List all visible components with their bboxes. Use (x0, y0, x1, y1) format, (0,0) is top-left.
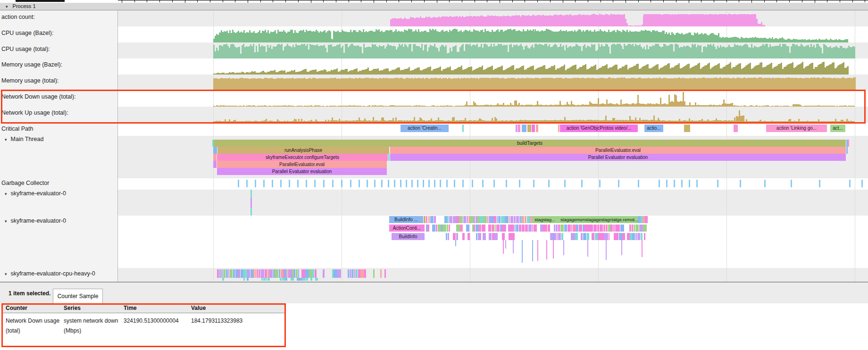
trace-slice[interactable] (543, 225, 546, 232)
gc-tick[interactable] (332, 180, 334, 187)
trace-slice[interactable] (279, 269, 281, 278)
trace-slice[interactable] (519, 216, 521, 223)
histogram-net-up[interactable] (118, 107, 868, 123)
gc-tick[interactable] (297, 180, 299, 187)
trace-slice[interactable] (282, 278, 285, 281)
trace-slice[interactable] (459, 216, 462, 223)
trace-slice[interactable] (553, 233, 554, 240)
histogram-cpu-total[interactable] (118, 42, 868, 58)
trace-slice[interactable] (608, 225, 610, 232)
trace-slice[interactable] (243, 278, 245, 281)
trace-slice[interactable] (478, 233, 481, 240)
trace-slice[interactable] (476, 225, 479, 232)
trace-slice[interactable] (581, 233, 583, 240)
gc-tick[interactable] (367, 180, 368, 187)
histogram-action-count[interactable] (118, 10, 868, 26)
trace-slice[interactable] (592, 225, 593, 232)
trace-slice[interactable] (509, 233, 511, 240)
trace-slice[interactable] (519, 225, 522, 232)
gc-tick[interactable] (289, 180, 290, 187)
trace-slice[interactable] (453, 233, 456, 240)
trace-slice[interactable] (560, 225, 562, 232)
trace-slice[interactable] (684, 125, 690, 132)
trace-slice[interactable] (505, 240, 506, 249)
gc-tick[interactable] (819, 180, 820, 187)
gc-tick[interactable] (638, 180, 639, 187)
trace-slice[interactable] (606, 240, 607, 260)
gc-tick[interactable] (272, 180, 273, 187)
trace-slice[interactable]: BuildInfo (392, 233, 425, 240)
gc-tick[interactable] (314, 180, 316, 187)
trace-slice[interactable] (284, 269, 287, 278)
trace-slice[interactable] (233, 269, 235, 278)
trace-slice[interactable] (462, 233, 465, 240)
trace-slice[interactable] (257, 269, 259, 278)
trace-slice[interactable] (438, 225, 441, 232)
trace-slice[interactable] (351, 269, 353, 278)
trace-slice[interactable] (470, 216, 473, 223)
gc-tick[interactable] (548, 180, 550, 187)
trace-slice[interactable] (360, 269, 364, 278)
gc-tick[interactable] (440, 180, 441, 187)
trace-slice[interactable] (516, 225, 519, 232)
trace-slice[interactable]: action 'Linking go... (766, 125, 827, 132)
trace-slice[interactable] (598, 233, 599, 240)
trace-slice[interactable] (537, 240, 538, 261)
trace-slice[interactable] (294, 269, 295, 278)
trace-slice[interactable] (348, 269, 349, 278)
trace-slice[interactable] (525, 225, 528, 232)
trace-slice[interactable] (305, 269, 309, 278)
gc-tick[interactable] (472, 180, 473, 187)
trace-slice[interactable] (503, 225, 505, 232)
trace-slice[interactable] (261, 278, 263, 281)
gc-tick[interactable] (740, 180, 741, 187)
trace-slice[interactable] (522, 240, 523, 263)
trace-slice[interactable] (483, 216, 487, 223)
gc-tick[interactable] (350, 180, 351, 187)
process-header[interactable]: ▾ Process 1 (0, 3, 868, 10)
trace-slice[interactable] (635, 225, 639, 232)
trace-slice[interactable] (221, 269, 223, 278)
trace-slice[interactable] (622, 233, 625, 240)
gc-tick[interactable] (400, 180, 401, 187)
trace-slice[interactable] (380, 269, 382, 278)
gc-tick[interactable] (434, 180, 435, 187)
trace-slice[interactable] (609, 233, 609, 240)
trace-slice[interactable] (525, 216, 526, 223)
trace-slice[interactable] (516, 125, 517, 132)
trace-slice[interactable] (493, 216, 496, 223)
gc-tick[interactable] (454, 180, 455, 187)
trace-slice[interactable] (276, 269, 278, 278)
trace-slice[interactable] (223, 269, 225, 278)
trace-slice[interactable] (583, 225, 584, 232)
gc-tick[interactable] (359, 180, 360, 187)
trace-slice[interactable] (323, 269, 325, 278)
trace-slice[interactable] (460, 225, 463, 232)
gc-tick[interactable] (406, 180, 407, 187)
trace-slice[interactable] (315, 269, 317, 278)
trace-slice[interactable] (384, 269, 386, 278)
trace-slice[interactable] (472, 225, 474, 232)
trace-slice[interactable] (213, 147, 217, 154)
gc-tick[interactable] (519, 180, 520, 187)
expander-triangle-icon[interactable]: ▾ (5, 192, 7, 196)
trace-slice[interactable]: Parallel Evaluator evaluation (390, 154, 846, 161)
trace-slice[interactable] (508, 225, 510, 232)
trace-slice[interactable] (610, 225, 613, 232)
trace-slice[interactable] (632, 225, 634, 232)
trace-slice[interactable] (587, 233, 589, 240)
trace-slice[interactable]: runAnalysisPhase (217, 147, 389, 154)
trace-slice[interactable] (267, 269, 269, 278)
trace-slice[interactable] (492, 233, 494, 240)
trace-slice[interactable] (587, 240, 588, 257)
expander-triangle-icon[interactable]: ▾ (5, 272, 7, 276)
gc-tick[interactable] (462, 180, 464, 187)
trace-slice[interactable] (427, 225, 429, 232)
trace-slice[interactable] (287, 269, 289, 278)
trace-slice[interactable] (575, 233, 578, 240)
trace-slice[interactable] (289, 269, 292, 278)
gc-tick[interactable] (696, 180, 698, 187)
trace-slice[interactable] (638, 216, 641, 223)
gc-tick[interactable] (394, 180, 395, 187)
trace-slice[interactable] (334, 269, 337, 278)
